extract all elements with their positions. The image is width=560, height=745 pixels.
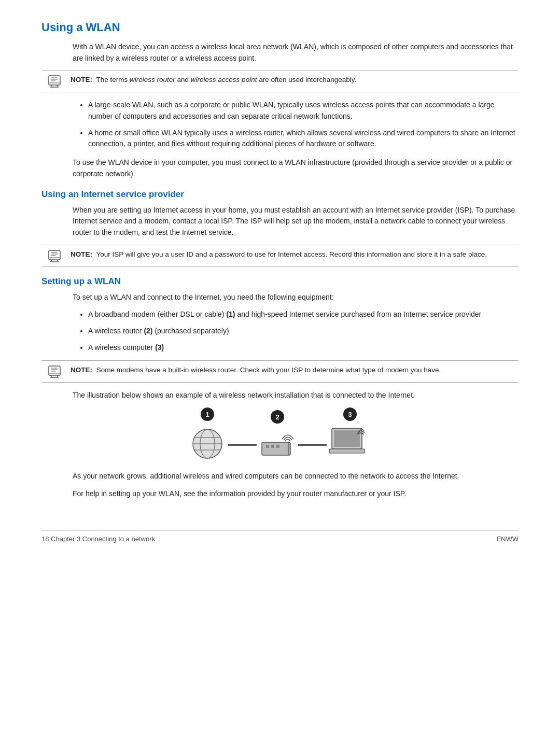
- svg-rect-0: [49, 76, 60, 85]
- badge-1: 1: [201, 407, 214, 421]
- setup-note-box: NOTE: Some modems have a built-in wirele…: [41, 360, 519, 383]
- isp-note-label: NOTE:: [71, 250, 92, 258]
- isp-intro: When you are setting up Internet access …: [73, 205, 519, 238]
- wlan-bullet-2: A home or small office WLAN typically us…: [88, 128, 519, 150]
- setup-bullet-1: A broadband modem (either DSL or cable) …: [88, 309, 519, 320]
- isp-note-box: NOTE: Your ISP will give you a user ID a…: [41, 245, 519, 267]
- wlan-bullet-1: A large-scale WLAN, such as a corporate …: [88, 100, 519, 122]
- setup-title: Setting up a WLAN: [41, 276, 519, 287]
- cable-1-2: [228, 444, 257, 446]
- wlan-bullets: A large-scale WLAN, such as a corporate …: [88, 100, 519, 150]
- badge-3: 3: [343, 407, 357, 421]
- setup-closing-2: For help in setting up your WLAN, see th…: [73, 488, 519, 500]
- svg-rect-36: [329, 449, 365, 453]
- wlan-note-box: NOTE: The terms wireless router and wire…: [41, 70, 519, 92]
- note-icon-2: [48, 250, 66, 262]
- setup-note-text: NOTE: Some modems have a built-in wirele…: [71, 365, 441, 375]
- wlan-note-text: NOTE: The terms wireless router and wire…: [71, 75, 356, 85]
- note-icon-3: [48, 366, 66, 378]
- network-diagram: 1 2: [73, 407, 487, 460]
- cable-2-3: [298, 444, 327, 446]
- footer: 18 Chapter 3 Connecting to a network ENW…: [41, 530, 519, 543]
- isp-note-text: NOTE: Your ISP will give you a user ID a…: [71, 249, 487, 260]
- diagram-item-3: 3: [327, 407, 373, 460]
- svg-rect-16: [49, 366, 60, 375]
- setup-intro: To set up a WLAN and connect to the Inte…: [73, 292, 519, 303]
- setup-note-label: NOTE:: [71, 366, 92, 374]
- badge-2: 2: [271, 410, 284, 424]
- svg-rect-30: [266, 445, 269, 448]
- setup-diagram-text: The illustration below shows an example …: [73, 390, 519, 401]
- setup-closing-1: As your network grows, additional wirele…: [73, 471, 519, 482]
- diagram-item-1: 1: [187, 407, 228, 460]
- svg-rect-8: [49, 250, 60, 260]
- note-icon-1: [48, 75, 66, 88]
- setup-bullet-3: A wireless computer (3): [88, 342, 519, 354]
- isp-title: Using an Internet service provider: [41, 189, 519, 200]
- diagram-item-2: 2: [257, 410, 298, 460]
- wlan-title: Using a WLAN: [41, 21, 519, 34]
- footer-right: ENWW: [496, 535, 519, 543]
- setup-bullets: A broadband modem (either DSL or cable) …: [88, 309, 519, 353]
- svg-rect-32: [276, 445, 279, 448]
- svg-rect-35: [334, 430, 360, 447]
- wlan-intro: With a WLAN device, you can access a wir…: [73, 41, 519, 64]
- footer-left: 18 Chapter 3 Connecting to a network: [41, 535, 155, 543]
- svg-rect-31: [271, 445, 274, 448]
- page-content: Using a WLAN With a WLAN device, you can…: [41, 21, 519, 543]
- wlan-closing: To use the WLAN device in your computer,…: [73, 157, 519, 179]
- wlan-note-label: NOTE:: [71, 76, 92, 83]
- setup-bullet-2: A wireless router (2) (purchased separat…: [88, 326, 519, 337]
- svg-rect-29: [262, 442, 290, 455]
